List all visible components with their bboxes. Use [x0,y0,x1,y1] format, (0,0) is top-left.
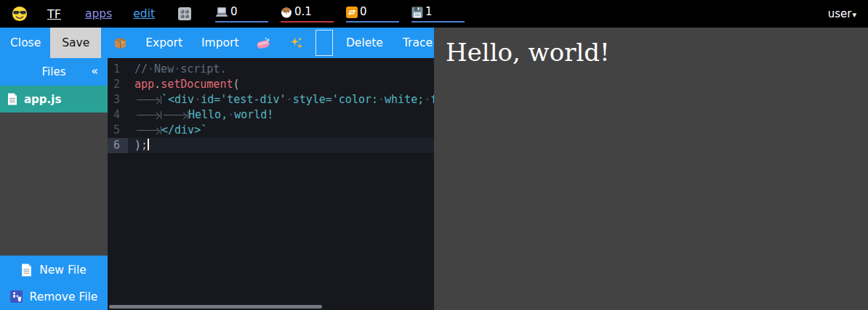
remove-file-label: Remove File [30,290,98,303]
laptop-icon [215,7,228,17]
nav-link-apps[interactable]: apps [85,7,112,20]
preview-heading: Hello, world! [446,38,856,67]
import-button[interactable]: Import [200,36,240,49]
line-number: 2 [108,77,128,92]
metric-value: 1 [425,7,433,17]
save-button[interactable]: Save [50,28,101,58]
empty-box-button[interactable] [316,30,332,56]
trace-button[interactable]: Trace [401,36,434,49]
status-metrics: 0 0.1 0 [215,5,465,23]
code-line: 3`<div·id='test-div'·style='color:·white… [108,92,434,107]
file-list-area [0,113,108,256]
package-icon[interactable] [113,36,127,50]
code-line: 5</div>` [108,123,434,138]
line-number: 5 [108,123,128,138]
code-line: 6); [108,138,434,153]
export-button[interactable]: Export [144,36,184,49]
smiling-face-sunglasses-icon[interactable] [12,6,28,22]
sparkles-icon[interactable] [290,36,303,49]
new-file-button[interactable]: New File [0,256,108,283]
files-sidebar: Files « app.js New File [0,58,108,310]
line-number: 4 [108,107,128,123]
user-menu-label: user [828,7,852,20]
code-line: 2app.setDocument( [108,77,434,92]
preview-pane: Hello, world! [434,28,868,310]
metric-value: 0.1 [294,7,312,17]
repeat-icon [346,7,358,18]
tab-marker-icon [161,111,188,119]
tab-marker-icon [134,111,161,119]
file-item-appjs[interactable]: app.js [0,86,108,113]
code-editor[interactable]: 1//·New·script.2app.setDocument(3`<div·i… [108,58,434,310]
top-bar: TF apps edit 0 [0,0,868,28]
horizontal-scrollbar[interactable] [109,305,322,309]
user-menu[interactable]: user ▾ [828,7,856,20]
line-number: 6 [108,138,128,153]
new-file-label: New File [39,264,87,277]
tab-marker-icon [134,96,161,104]
delete-button[interactable]: Delete [345,36,385,49]
new-file-icon [21,264,32,277]
hamster-icon [281,7,292,18]
line-number: 1 [108,62,128,77]
floppy-disk-icon [411,7,423,18]
editor-toolbar: Close Save Export Import Delete Trace [0,28,434,58]
sidebar-actions: New File Remove File [0,256,108,310]
metric-floppy: 1 [411,5,465,23]
metric-value: 0 [230,7,238,17]
collapse-sidebar-icon[interactable]: « [91,64,98,78]
line-number: 3 [108,92,128,107]
files-title: Files [42,65,66,78]
metric-repeat: 0 [346,5,399,23]
nav-link-edit[interactable]: edit [133,7,155,20]
control-knobs-icon[interactable] [178,7,191,20]
code-area[interactable]: 1//·New·script.2app.setDocument(3`<div·i… [108,58,434,153]
text-cursor [148,139,149,150]
tab-marker-icon [134,126,161,134]
metric-hamster: 0.1 [281,5,334,23]
code-line: 4Hello,·world! [108,107,434,123]
metric-laptop: 0 [215,5,268,23]
soap-icon[interactable] [256,37,271,49]
caret-down-icon: ▾ [852,9,856,20]
code-line: 1//·New·script. [108,62,434,77]
remove-file-icon [10,290,23,303]
file-name: app.js [24,93,61,106]
document-icon [7,93,17,105]
close-button[interactable]: Close [9,36,42,49]
remove-file-button[interactable]: Remove File [0,283,108,310]
files-header: Files « [0,58,108,86]
brand-link[interactable]: TF [47,7,61,21]
metric-value: 0 [360,7,367,17]
